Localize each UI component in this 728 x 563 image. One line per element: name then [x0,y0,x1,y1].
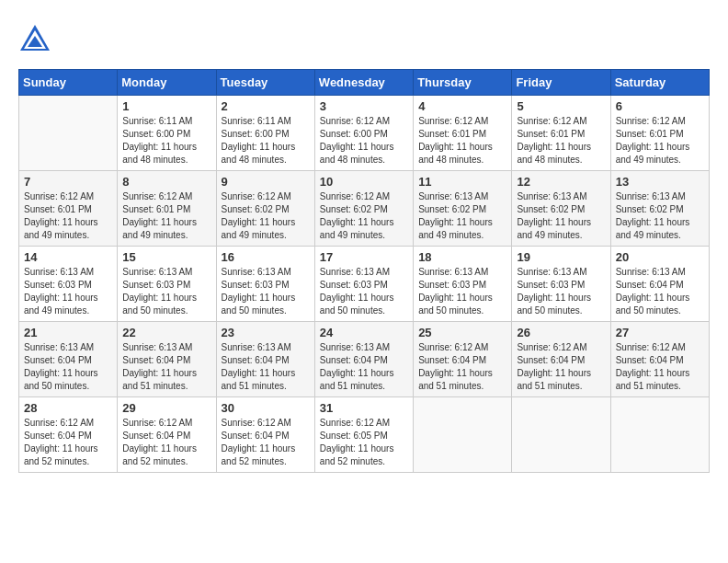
calendar-cell: 25Sunrise: 6:12 AM Sunset: 6:04 PM Dayli… [414,322,512,397]
day-info: Sunrise: 6:12 AM Sunset: 6:04 PM Dayligh… [222,417,310,468]
weekday-header: Wednesday [314,70,413,96]
calendar-cell: 5Sunrise: 6:12 AM Sunset: 6:01 PM Daylig… [512,96,610,171]
day-number: 25 [418,326,506,339]
calendar-cell: 12Sunrise: 6:13 AM Sunset: 6:02 PM Dayli… [512,171,610,247]
day-number: 28 [24,401,112,415]
day-number: 18 [418,250,506,264]
calendar-cell: 4Sunrise: 6:12 AM Sunset: 6:01 PM Daylig… [414,96,512,171]
day-info: Sunrise: 6:13 AM Sunset: 6:04 PM Dayligh… [24,341,112,393]
calendar-cell: 2Sunrise: 6:11 AM Sunset: 6:00 PM Daylig… [216,96,314,171]
weekday-header: Tuesday [216,70,314,96]
calendar-cell: 11Sunrise: 6:13 AM Sunset: 6:02 PM Dayli… [414,171,512,247]
day-info: Sunrise: 6:12 AM Sunset: 6:04 PM Dayligh… [418,341,506,393]
day-number: 3 [320,99,408,113]
day-number: 30 [222,401,310,415]
day-number: 23 [222,326,310,339]
day-number: 14 [24,250,112,264]
day-number: 29 [122,401,210,415]
weekday-header: Monday [118,70,216,96]
weekday-header: Friday [512,70,610,96]
day-info: Sunrise: 6:12 AM Sunset: 6:04 PM Dayligh… [517,341,605,393]
calendar-cell: 1Sunrise: 6:11 AM Sunset: 6:00 PM Daylig… [118,96,216,171]
calendar-table: SundayMondayTuesdayWednesdayThursdayFrid… [18,69,710,473]
calendar-cell: 16Sunrise: 6:13 AM Sunset: 6:03 PM Dayli… [216,247,314,322]
calendar-week-row: 1Sunrise: 6:11 AM Sunset: 6:00 PM Daylig… [19,96,710,171]
day-number: 17 [320,250,408,264]
day-info: Sunrise: 6:12 AM Sunset: 6:01 PM Dayligh… [418,115,506,167]
day-info: Sunrise: 6:12 AM Sunset: 6:01 PM Dayligh… [122,190,210,242]
day-number: 9 [222,175,310,189]
day-number: 26 [517,326,605,339]
day-info: Sunrise: 6:12 AM Sunset: 6:01 PM Dayligh… [616,115,704,167]
day-number: 4 [418,99,506,113]
calendar-cell: 28Sunrise: 6:12 AM Sunset: 6:04 PM Dayli… [19,397,118,473]
weekday-header: Sunday [19,70,118,96]
day-info: Sunrise: 6:11 AM Sunset: 6:00 PM Dayligh… [222,115,310,167]
day-info: Sunrise: 6:12 AM Sunset: 6:01 PM Dayligh… [24,190,112,242]
calendar-cell [512,397,610,473]
day-info: Sunrise: 6:12 AM Sunset: 6:02 PM Dayligh… [320,190,408,242]
calendar-cell [19,96,118,171]
day-info: Sunrise: 6:13 AM Sunset: 6:03 PM Dayligh… [418,266,506,317]
day-number: 19 [517,250,605,264]
day-number: 7 [24,175,112,189]
calendar-cell: 20Sunrise: 6:13 AM Sunset: 6:04 PM Dayli… [610,247,709,322]
calendar-cell: 30Sunrise: 6:12 AM Sunset: 6:04 PM Dayli… [216,397,314,473]
day-info: Sunrise: 6:13 AM Sunset: 6:04 PM Dayligh… [222,341,310,393]
day-info: Sunrise: 6:11 AM Sunset: 6:00 PM Dayligh… [122,115,210,167]
calendar-cell: 26Sunrise: 6:12 AM Sunset: 6:04 PM Dayli… [512,322,610,397]
day-number: 8 [122,175,210,189]
day-number: 15 [122,250,210,264]
calendar-cell: 24Sunrise: 6:13 AM Sunset: 6:04 PM Dayli… [314,322,413,397]
day-info: Sunrise: 6:12 AM Sunset: 6:04 PM Dayligh… [24,417,112,468]
day-info: Sunrise: 6:12 AM Sunset: 6:04 PM Dayligh… [122,417,210,468]
day-info: Sunrise: 6:13 AM Sunset: 6:03 PM Dayligh… [222,266,310,317]
day-number: 22 [122,326,210,339]
calendar-week-row: 21Sunrise: 6:13 AM Sunset: 6:04 PM Dayli… [19,322,710,397]
day-info: Sunrise: 6:12 AM Sunset: 6:04 PM Dayligh… [616,341,704,393]
day-info: Sunrise: 6:12 AM Sunset: 6:02 PM Dayligh… [222,190,310,242]
calendar-cell: 7Sunrise: 6:12 AM Sunset: 6:01 PM Daylig… [19,171,118,247]
calendar-cell: 15Sunrise: 6:13 AM Sunset: 6:03 PM Dayli… [118,247,216,322]
calendar-cell: 31Sunrise: 6:12 AM Sunset: 6:05 PM Dayli… [314,397,413,473]
calendar-cell: 10Sunrise: 6:12 AM Sunset: 6:02 PM Dayli… [314,171,413,247]
logo [18,23,55,60]
day-info: Sunrise: 6:13 AM Sunset: 6:02 PM Dayligh… [517,190,605,242]
day-info: Sunrise: 6:12 AM Sunset: 6:01 PM Dayligh… [517,115,605,167]
calendar-cell [610,397,709,473]
calendar-cell: 21Sunrise: 6:13 AM Sunset: 6:04 PM Dayli… [19,322,118,397]
day-number: 2 [222,99,310,113]
day-info: Sunrise: 6:13 AM Sunset: 6:03 PM Dayligh… [24,266,112,317]
weekday-header: Saturday [610,70,709,96]
day-info: Sunrise: 6:13 AM Sunset: 6:02 PM Dayligh… [616,190,704,242]
page-header [18,18,710,60]
day-number: 24 [320,326,408,339]
day-number: 27 [616,326,704,339]
calendar-cell: 6Sunrise: 6:12 AM Sunset: 6:01 PM Daylig… [610,96,709,171]
day-number: 16 [222,250,310,264]
day-number: 12 [517,175,605,189]
day-number: 5 [517,99,605,113]
day-info: Sunrise: 6:13 AM Sunset: 6:03 PM Dayligh… [517,266,605,317]
calendar-cell: 14Sunrise: 6:13 AM Sunset: 6:03 PM Dayli… [19,247,118,322]
calendar-cell: 27Sunrise: 6:12 AM Sunset: 6:04 PM Dayli… [610,322,709,397]
day-info: Sunrise: 6:12 AM Sunset: 6:00 PM Dayligh… [320,115,408,167]
calendar-cell [414,397,512,473]
day-info: Sunrise: 6:13 AM Sunset: 6:04 PM Dayligh… [320,341,408,393]
calendar-week-row: 28Sunrise: 6:12 AM Sunset: 6:04 PM Dayli… [19,397,710,473]
day-number: 13 [616,175,704,189]
day-info: Sunrise: 6:13 AM Sunset: 6:04 PM Dayligh… [122,341,210,393]
day-number: 1 [122,99,210,113]
calendar-cell: 3Sunrise: 6:12 AM Sunset: 6:00 PM Daylig… [314,96,413,171]
calendar-week-row: 7Sunrise: 6:12 AM Sunset: 6:01 PM Daylig… [19,171,710,247]
day-number: 20 [616,250,704,264]
calendar-week-row: 14Sunrise: 6:13 AM Sunset: 6:03 PM Dayli… [19,247,710,322]
calendar-cell: 13Sunrise: 6:13 AM Sunset: 6:02 PM Dayli… [610,171,709,247]
calendar-cell: 8Sunrise: 6:12 AM Sunset: 6:01 PM Daylig… [118,171,216,247]
day-number: 21 [24,326,112,339]
day-number: 31 [320,401,408,415]
day-number: 11 [418,175,506,189]
calendar-cell: 29Sunrise: 6:12 AM Sunset: 6:04 PM Dayli… [118,397,216,473]
day-number: 10 [320,175,408,189]
day-info: Sunrise: 6:13 AM Sunset: 6:02 PM Dayligh… [418,190,506,242]
